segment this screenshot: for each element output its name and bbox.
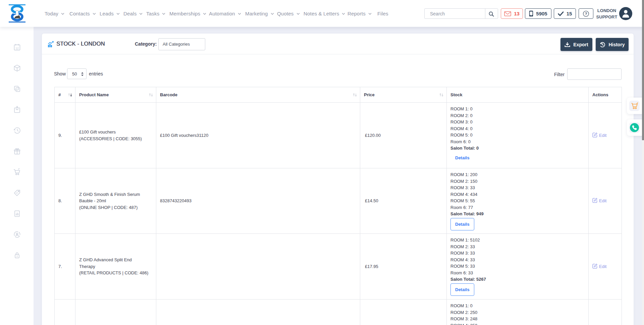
svg-text:12: 12 bbox=[15, 47, 19, 50]
svg-text:?: ? bbox=[585, 12, 587, 16]
